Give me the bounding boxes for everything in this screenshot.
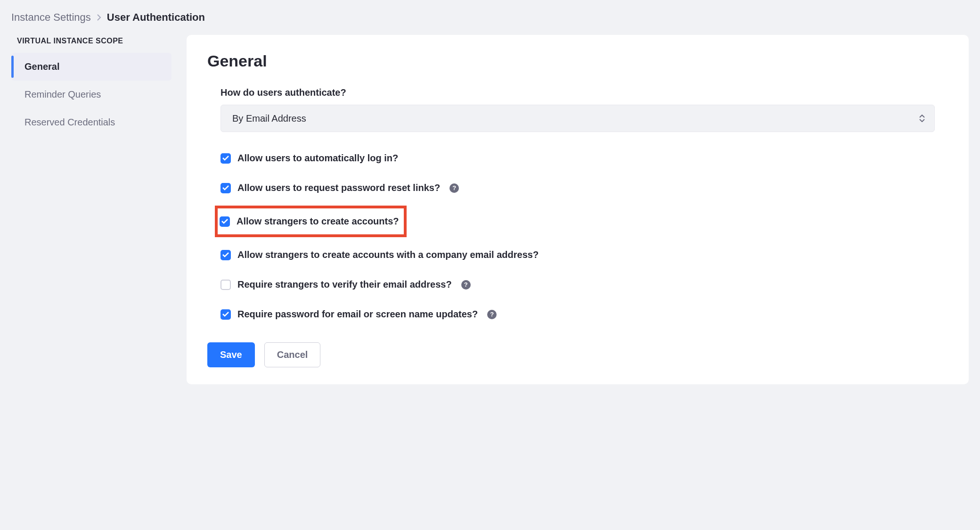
checkbox-row-3: Allow strangers to create accounts with … xyxy=(220,246,935,264)
cancel-button[interactable]: Cancel xyxy=(264,342,321,367)
help-icon[interactable]: ? xyxy=(449,183,459,193)
chevron-right-icon xyxy=(97,11,101,24)
checkbox-label-0[interactable]: Allow users to automatically log in? xyxy=(237,153,398,164)
checkbox-3[interactable] xyxy=(220,250,231,260)
checkbox-4[interactable] xyxy=(220,280,231,290)
select-caret-icon xyxy=(919,115,925,122)
sidebar-item-reminder-queries[interactable]: Reminder Queries xyxy=(11,81,172,108)
help-icon[interactable]: ? xyxy=(487,310,497,319)
checkbox-row-0: Allow users to automatically log in? xyxy=(220,149,935,167)
checkbox-label-2[interactable]: Allow strangers to create accounts? xyxy=(237,216,399,227)
page-title: General xyxy=(207,52,948,70)
checkbox-label-5[interactable]: Require password for email or screen nam… xyxy=(237,309,478,320)
sidebar: VIRTUAL INSTANCE SCOPE General Reminder … xyxy=(11,35,172,136)
breadcrumb: Instance Settings User Authentication xyxy=(11,11,969,24)
auth-method-label: How do users authenticate? xyxy=(220,87,935,98)
checkbox-1[interactable] xyxy=(220,183,231,193)
breadcrumb-current: User Authentication xyxy=(107,11,205,24)
checkbox-label-1[interactable]: Allow users to request password reset li… xyxy=(237,182,440,193)
checkbox-2[interactable] xyxy=(220,216,230,227)
checkbox-row-4: Require strangers to verify their email … xyxy=(220,275,935,294)
breadcrumb-parent[interactable]: Instance Settings xyxy=(11,11,91,24)
checkbox-label-3[interactable]: Allow strangers to create accounts with … xyxy=(237,249,539,260)
checkbox-label-4[interactable]: Require strangers to verify their email … xyxy=(237,279,452,290)
sidebar-item-general[interactable]: General xyxy=(11,53,172,81)
checkbox-0[interactable] xyxy=(220,153,231,164)
settings-panel: General How do users authenticate? By Em… xyxy=(187,35,969,384)
checkbox-5[interactable] xyxy=(220,309,231,320)
sidebar-heading: VIRTUAL INSTANCE SCOPE xyxy=(11,35,172,53)
auth-method-select[interactable]: By Email Address xyxy=(220,105,935,132)
checkbox-row-2: Allow strangers to create accounts? xyxy=(218,208,404,234)
auth-method-selected: By Email Address xyxy=(232,113,306,124)
save-button[interactable]: Save xyxy=(207,342,255,367)
checkbox-row-5: Require password for email or screen nam… xyxy=(220,305,935,323)
help-icon[interactable]: ? xyxy=(461,280,471,290)
sidebar-item-reserved-credentials[interactable]: Reserved Credentials xyxy=(11,108,172,136)
checkbox-row-1: Allow users to request password reset li… xyxy=(220,179,935,197)
